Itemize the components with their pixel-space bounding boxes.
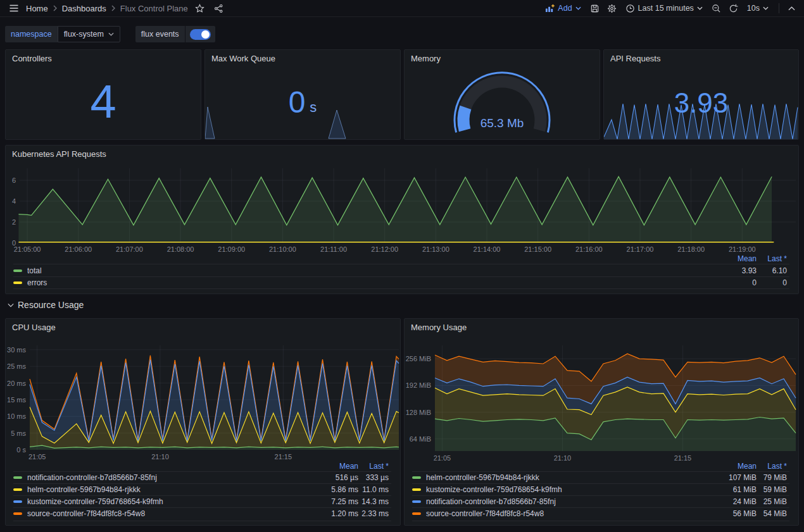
- resource-usage-section-toggle[interactable]: Resource Usage: [8, 300, 84, 310]
- breadcrumb-home[interactable]: Home: [26, 4, 48, 13]
- cpu-usage-panel: CPU Usage 21:0521:1021:150 s5 ms10 ms15 …: [5, 318, 401, 526]
- queue-stat-value: 0s: [205, 50, 400, 139]
- memory-usage-chart[interactable]: 21:0521:1021:1564 MiB128 MiB192 MiB256 M…: [405, 319, 798, 462]
- divider: [779, 3, 779, 13]
- series-swatch: [412, 500, 421, 503]
- dashboard-variables-row: namespace flux-system flux events: [5, 26, 215, 42]
- svg-text:21:05: 21:05: [434, 454, 451, 462]
- svg-text:64 MiB: 64 MiB: [410, 435, 431, 443]
- controllers-panel: Controllers 4: [5, 49, 201, 140]
- series-swatch: [13, 512, 22, 515]
- svg-text:2: 2: [12, 218, 16, 226]
- svg-text:21:06:00: 21:06:00: [65, 245, 92, 253]
- panel-title-controllers[interactable]: Controllers: [12, 54, 52, 63]
- top-nav-bar: Home Dashboards Flux Control Plane Add: [0, 0, 804, 17]
- svg-text:25 ms: 25 ms: [7, 362, 26, 370]
- svg-text:21:10: 21:10: [151, 453, 169, 461]
- kubernetes-api-requests-chart[interactable]: 21:05:0021:06:0021:07:0021:08:0021:09:00…: [6, 145, 798, 254]
- legend-row-total: total 3.93 6.10: [13, 264, 789, 276]
- legend-mean-header[interactable]: Mean: [716, 254, 757, 263]
- namespace-variable: namespace flux-system: [5, 26, 120, 42]
- svg-text:21:11:00: 21:11:00: [320, 245, 347, 253]
- add-panel-icon: [545, 4, 555, 13]
- svg-text:21:17:00: 21:17:00: [627, 245, 654, 253]
- svg-text:5 ms: 5 ms: [11, 430, 26, 437]
- chevron-down-icon: [108, 32, 114, 36]
- legend-row: helm-controller-5967b94b84-rjkkk 5.86 ms…: [13, 483, 391, 495]
- legend-row: notification-controller-b7d8566b7-85fnj …: [412, 495, 789, 507]
- max-work-queue-panel: Max Work Queue 0s: [204, 49, 401, 140]
- svg-text:128 MiB: 128 MiB: [406, 409, 431, 416]
- share-icon[interactable]: [211, 3, 226, 15]
- svg-text:20 ms: 20 ms: [7, 380, 26, 387]
- add-button[interactable]: Add: [541, 2, 584, 15]
- svg-text:21:08:00: 21:08:00: [167, 245, 194, 253]
- svg-text:21:07:00: 21:07:00: [116, 245, 143, 253]
- settings-gear-icon[interactable]: [605, 3, 619, 15]
- panel-title-max-work-queue[interactable]: Max Work Queue: [211, 54, 275, 63]
- svg-text:15 ms: 15 ms: [7, 396, 26, 404]
- section-title: Resource Usage: [18, 300, 84, 310]
- svg-text:21:13:00: 21:13:00: [422, 245, 449, 253]
- series-swatch: [412, 476, 421, 479]
- menu-toggle-icon[interactable]: [6, 2, 22, 15]
- svg-text:256 MiB: 256 MiB: [406, 355, 431, 362]
- divider: [13, 521, 391, 521]
- svg-text:21:19:00: 21:19:00: [729, 245, 756, 253]
- save-dashboard-icon[interactable]: [587, 3, 602, 15]
- favorite-star-icon[interactable]: [192, 3, 207, 15]
- svg-text:21:14:00: 21:14:00: [474, 245, 501, 253]
- svg-text:0 s: 0 s: [16, 446, 26, 454]
- svg-text:21:15: 21:15: [275, 453, 292, 461]
- refresh-icon[interactable]: [726, 3, 741, 15]
- legend-last-header[interactable]: Last *: [757, 462, 787, 471]
- svg-text:21:16:00: 21:16:00: [575, 245, 603, 253]
- time-range-picker[interactable]: Last 15 minutes: [622, 2, 707, 15]
- api-requests-stat-value: 3.93: [604, 50, 798, 139]
- legend-mean-header[interactable]: Mean: [716, 462, 757, 471]
- kubernetes-api-requests-panel: Kubernetes API Requests 21:05:0021:06:00…: [5, 145, 799, 294]
- memory-gauge-panel: Memory 65.3 Mb: [404, 49, 600, 140]
- breadcrumb-current: Flux Control Plane: [120, 4, 188, 13]
- panel-title-cpu-usage[interactable]: CPU Usage: [12, 323, 56, 332]
- panel-title-kubernetes-api-requests[interactable]: Kubernetes API Requests: [12, 149, 106, 159]
- k8s-legend: Mean Last * total 3.93 6.10 errors 0 0: [13, 254, 789, 289]
- panel-title-memory-usage[interactable]: Memory Usage: [411, 323, 467, 332]
- svg-text:10 ms: 10 ms: [7, 412, 26, 420]
- api-requests-panel: API Requests 3.93: [603, 49, 799, 140]
- legend-row: source-controller-7f84df8fc8-r54w8 56 Mi…: [412, 507, 789, 519]
- svg-text:21:18:00: 21:18:00: [677, 245, 705, 253]
- legend-mean-header[interactable]: Mean: [318, 462, 358, 471]
- legend-last-header[interactable]: Last *: [358, 462, 389, 471]
- svg-text:21:12:00: 21:12:00: [371, 245, 398, 253]
- memory-gauge-value: 65.3 Mb: [405, 116, 600, 130]
- svg-text:21:10: 21:10: [554, 454, 572, 462]
- breadcrumb-dashboards[interactable]: Dashboards: [62, 4, 106, 13]
- series-swatch: [13, 476, 22, 479]
- svg-text:21:05:00: 21:05:00: [14, 245, 41, 253]
- svg-text:21:09:00: 21:09:00: [218, 245, 245, 253]
- namespace-variable-value[interactable]: flux-system: [58, 26, 120, 42]
- chevron-down-icon: [8, 303, 14, 307]
- svg-text:192 MiB: 192 MiB: [406, 381, 431, 389]
- controllers-stat-value: 4: [6, 50, 201, 139]
- legend-last-header[interactable]: Last *: [757, 254, 787, 263]
- chevron-down-icon: [575, 6, 581, 10]
- legend-row: helm-controller-5967b94b84-rjkkk 107 MiB…: [412, 471, 789, 483]
- panel-title-memory[interactable]: Memory: [411, 54, 441, 63]
- panel-title-api-requests[interactable]: API Requests: [610, 54, 661, 63]
- collapse-toolbar-icon[interactable]: [786, 5, 798, 12]
- svg-text:21:10:00: 21:10:00: [269, 245, 296, 253]
- series-swatch: [13, 488, 22, 491]
- zoom-out-icon[interactable]: [709, 3, 724, 15]
- memory-legend: Mean Last * helm-controller-5967b94b84-r…: [412, 462, 789, 519]
- chevron-right-icon: [53, 5, 58, 11]
- svg-text:0: 0: [12, 239, 16, 247]
- chevron-right-icon: [111, 5, 116, 11]
- svg-text:6: 6: [12, 176, 16, 184]
- cpu-usage-chart[interactable]: 21:0521:1021:150 s5 ms10 ms15 ms20 ms25 …: [6, 319, 400, 462]
- chevron-down-icon: [763, 6, 769, 10]
- refresh-interval-dropdown[interactable]: 10s: [743, 2, 772, 15]
- series-swatch: [412, 512, 421, 515]
- flux-events-toggle[interactable]: [185, 26, 215, 42]
